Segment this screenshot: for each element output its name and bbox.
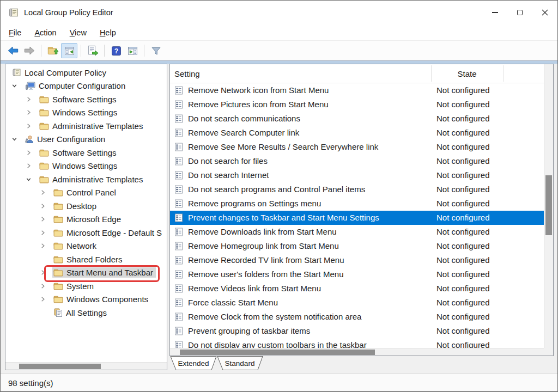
tree-item-label: Computer Configuration [39,81,125,90]
menu-file[interactable]: File [9,28,21,37]
chevron-right-icon[interactable] [25,122,38,130]
chevron-right-icon[interactable] [39,216,52,223]
tree-item-microsoft-edge[interactable]: Microsoft Edge [5,213,167,226]
setting-row[interactable]: Remove Downloads link from Start MenuNot… [170,225,544,239]
tree-item-user-configuration[interactable]: User Configuration [5,133,167,146]
chevron-right-icon[interactable] [25,96,38,103]
scrollbar-thumb[interactable] [19,364,101,369]
tree-item-all-settings[interactable]: All Settings [5,306,167,320]
tree-item-labelbox: Administrative Templates [38,121,145,131]
minimize-button[interactable] [482,1,507,24]
maximize-button[interactable] [507,1,532,24]
tree-item-software-settings[interactable]: Software Settings [5,146,167,160]
filter-button[interactable] [148,43,164,58]
setting-name: Remove user's folders from the Start Men… [188,267,343,281]
menu-view[interactable]: View [70,28,87,37]
show-action-pane-button[interactable] [124,43,141,58]
tree-item-start-menu-and-taskbar[interactable]: Start Menu and Taskbar [5,266,167,280]
tree-item-label: Control Panel [66,188,116,197]
tree-item-labelbox: Administrative Templates [38,174,145,185]
chevron-right-icon[interactable] [25,149,38,156]
tree-item-windows-components[interactable]: Windows Components [5,293,167,307]
setting-row[interactable]: Remove Recorded TV link from Start MenuN… [170,253,544,267]
menu-help[interactable]: Help [100,28,116,37]
column-divider[interactable] [503,65,504,82]
list-horizontal-scrollbar[interactable] [170,348,544,356]
window-title: Local Group Policy Editor [24,8,113,17]
setting-state: Not configured [436,197,490,211]
forward-button[interactable] [21,43,38,58]
tab-extended-label[interactable]: Extended [178,359,209,367]
tree-item-administrative-templates[interactable]: Administrative Templates [5,173,167,186]
tree-item-labelbox: Computer Configuration [24,81,128,91]
up-one-level-button[interactable] [45,43,61,58]
setting-row[interactable]: Prevent changes to Taskbar and Start Men… [170,211,544,225]
chevron-right-icon[interactable] [39,229,52,236]
console-tree-icon [63,45,76,57]
tree-item-windows-settings[interactable]: Windows Settings [5,160,167,173]
tree-item-local-computer-policy[interactable]: Local Computer Policy [5,66,167,79]
tree-item-computer-configuration[interactable]: Computer Configuration [5,79,167,93]
chevron-right-icon[interactable] [25,162,38,169]
column-header-state[interactable]: State [431,64,503,83]
setting-row[interactable]: Prevent grouping of taskbar itemsNot con… [170,324,544,338]
tree-item-shared-folders[interactable]: Shared Folders [5,253,167,266]
chevron-right-icon[interactable] [39,296,52,303]
tree-item-windows-settings[interactable]: Windows Settings [5,106,167,120]
settings-rows: Remove Network icon from Start MenuNot c… [170,83,544,352]
chevron-right-icon[interactable] [39,269,52,276]
chevron-down-icon[interactable] [11,82,24,89]
setting-row[interactable]: Remove Clock from the system notificatio… [170,310,544,324]
export-list-button[interactable] [84,43,101,58]
maximize-icon [517,10,523,15]
setting-row[interactable]: Remove Network icon from Start MenuNot c… [170,83,544,97]
status-text: 98 setting(s) [8,378,53,388]
scrollbar-thumb[interactable] [545,175,552,235]
toolbar-separator [81,45,81,57]
setting-row[interactable]: Remove user's folders from the Start Men… [170,267,544,281]
chevron-down-icon[interactable] [25,176,38,183]
setting-row[interactable]: Remove See More Results / Search Everywh… [170,140,544,154]
setting-name: Do not search communications [188,112,300,126]
setting-row[interactable]: Remove Pictures icon from Start MenuNot … [170,97,544,112]
chevron-right-icon[interactable] [39,283,52,290]
tree-item-label: Microsoft Edge - Default S [66,228,162,237]
help-button[interactable]: ? [108,43,124,58]
setting-row[interactable]: Do not search InternetNot configured [170,168,544,182]
setting-row[interactable]: Remove Videos link from Start MenuNot co… [170,281,544,296]
tree-item-labelbox: Local Computer Policy [11,68,109,78]
setting-row[interactable]: Force classic Start MenuNot configured [170,296,544,310]
console-tree-pane: Local Computer PolicyComputer Configurat… [5,64,167,370]
tree-item-software-settings[interactable]: Software Settings [5,93,167,106]
list-vertical-scrollbar[interactable] [544,64,553,348]
setting-row[interactable]: Remove Search Computer linkNot configure… [170,126,544,140]
chevron-right-icon[interactable] [39,203,52,210]
column-divider[interactable] [431,65,432,82]
back-button[interactable] [5,43,21,58]
tree-item-system[interactable]: System [5,279,167,293]
tree-item-label: Local Computer Policy [25,68,106,77]
scrollbar-thumb[interactable] [180,350,375,355]
setting-name: Remove Pictures icon from Start Menu [188,97,329,112]
tree-item-desktop[interactable]: Desktop [5,199,167,213]
tree-item-control-panel[interactable]: Control Panel [5,186,167,200]
tree-item-microsoft-edge-default-s[interactable]: Microsoft Edge - Default S [5,226,167,240]
chevron-down-icon[interactable] [11,136,24,143]
column-header-setting[interactable]: Setting [174,64,200,83]
chevron-right-icon[interactable] [39,242,52,249]
show-console-tree-button[interactable] [61,43,77,58]
tree-item-network[interactable]: Network [5,240,167,253]
setting-row[interactable]: Remove programs on Settings menuNot conf… [170,197,544,211]
setting-row[interactable]: Do not search communicationsNot configur… [170,112,544,126]
setting-row[interactable]: Remove Homegroup link from Start MenuNot… [170,239,544,253]
setting-row[interactable]: Do not search programs and Control Panel… [170,182,544,197]
tree-horizontal-scrollbar[interactable] [5,362,167,370]
chevron-right-icon[interactable] [39,189,52,196]
menu-action[interactable]: Action [34,28,56,37]
chevron-right-icon[interactable] [25,109,38,116]
setting-name: Remove Clock from the system notificatio… [188,310,361,324]
setting-row[interactable]: Do not search for filesNot configured [170,154,544,168]
tab-standard-label[interactable]: Standard [225,359,255,367]
close-button[interactable] [532,1,557,24]
tree-item-administrative-templates[interactable]: Administrative Templates [5,119,167,133]
